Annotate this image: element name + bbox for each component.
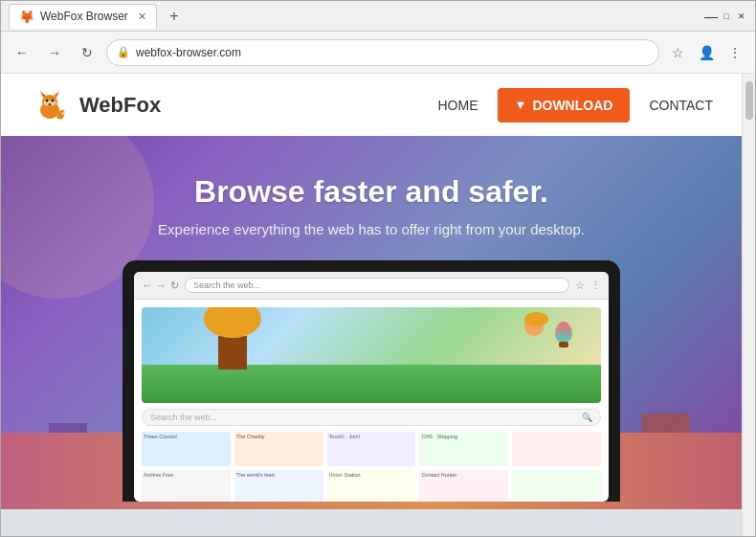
- browser-tab[interactable]: 🦊 WebFox Browser ✕: [9, 4, 157, 29]
- download-btn-label: DOWNLOAD: [532, 98, 612, 113]
- laptop-menu-icon: ⋮: [590, 280, 601, 292]
- svg-point-10: [46, 99, 49, 101]
- thumb-1-title: Times Council: [142, 432, 231, 441]
- thumbnail-7: The world's lead.: [234, 470, 323, 502]
- thumb-4-title: CHS · Shipping: [419, 432, 508, 441]
- logo-area: WebFox: [30, 85, 438, 125]
- browser-window: 🦊 WebFox Browser ✕ + — □ ✕ ← → ↻ 🔒 webfo…: [0, 0, 756, 537]
- tab-close-button[interactable]: ✕: [138, 11, 146, 23]
- site-logo-text: WebFox: [79, 93, 161, 118]
- thumb-2-title: The Charitly: [234, 432, 323, 441]
- tab-title: WebFox Browser: [40, 10, 128, 23]
- download-arrow-icon: ▼: [515, 98, 527, 112]
- nav-home[interactable]: HOME: [438, 98, 478, 113]
- title-bar-left: 🦊 WebFox Browser ✕ +: [9, 4, 705, 29]
- maximize-button[interactable]: □: [721, 11, 732, 22]
- thumb-10-title: [512, 470, 601, 474]
- page-area: WebFox HOME ▼ DOWNLOAD CONTACT: [1, 74, 755, 536]
- laptop-back-icon: ←: [142, 280, 152, 292]
- site-navbar: WebFox HOME ▼ DOWNLOAD CONTACT: [1, 74, 742, 136]
- hero-section: WF Browse faster and safer. Experience e…: [1, 136, 742, 509]
- nav-download-button[interactable]: ▼ DOWNLOAD: [498, 88, 631, 123]
- browser-toolbar: ← → ↻ 🔒 webfox-browser.com ☆ 👤 ⋮: [1, 32, 755, 74]
- laptop-screen: ← → ↻ Search the web... ☆ ⋮: [134, 272, 609, 502]
- laptop-mockup: ← → ↻ Search the web... ☆ ⋮: [122, 260, 620, 502]
- address-text: webfox-browser.com: [136, 46, 649, 59]
- thumbnail-2: The Charitly: [234, 432, 323, 466]
- forward-button[interactable]: →: [41, 39, 68, 66]
- address-bar[interactable]: 🔒 webfox-browser.com: [106, 39, 659, 66]
- thumbnail-10: [512, 470, 601, 502]
- laptop-refresh-icon: ↻: [170, 280, 179, 292]
- laptop-page-content: Search the web... 🔍 Times Council The Ch…: [134, 300, 609, 502]
- hero-subtitle: Experience everything the web has to off…: [158, 221, 585, 237]
- back-button[interactable]: ←: [9, 39, 35, 66]
- site-nav: HOME ▼ DOWNLOAD CONTACT: [438, 88, 714, 123]
- menu-button[interactable]: ⋮: [723, 40, 747, 65]
- site-logo-icon: [30, 85, 70, 125]
- page-content: WebFox HOME ▼ DOWNLOAD CONTACT: [1, 74, 742, 536]
- laptop-nav-buttons: ← → ↻: [142, 280, 179, 292]
- laptop-browser-bar: ← → ↻ Search the web... ☆ ⋮: [134, 272, 609, 300]
- thumbnail-6: Archive Free: [142, 470, 231, 502]
- thumbnail-5: [512, 432, 601, 466]
- laptop-forward-icon: →: [156, 280, 167, 292]
- account-button[interactable]: 👤: [694, 40, 719, 65]
- thumb-9-title: Contact Hunter: [419, 470, 508, 480]
- thumbnail-8: Union Station: [327, 470, 416, 502]
- tab-favicon: 🦊: [19, 10, 34, 24]
- window-controls: — □ ✕: [705, 11, 747, 22]
- minimize-button[interactable]: —: [705, 11, 717, 22]
- laptop-address-bar: Search the web...: [185, 278, 569, 293]
- toolbar-right: ☆ 👤 ⋮: [665, 40, 747, 65]
- refresh-button[interactable]: ↻: [74, 39, 100, 66]
- laptop-star-icon: ☆: [575, 280, 585, 292]
- thumbnail-9: Contact Hunter: [419, 470, 508, 502]
- hero-title: Browse faster and safer.: [194, 174, 548, 210]
- laptop-search-text: Search the web...: [193, 280, 260, 290]
- thumb-5-title: [512, 432, 601, 436]
- svg-point-11: [52, 99, 55, 101]
- star-button[interactable]: ☆: [665, 40, 690, 65]
- title-bar: 🦊 WebFox Browser ✕ + — □ ✕: [1, 1, 755, 32]
- lock-icon: 🔒: [117, 46, 130, 58]
- laptop-search-placeholder: Search the web...: [150, 413, 578, 422]
- thumb-3-title: Touch! · Join!: [327, 432, 416, 441]
- laptop-search-bar: Search the web... 🔍: [142, 409, 601, 426]
- laptop-search-icon: 🔍: [582, 413, 592, 422]
- thumbnail-4: CHS · Shipping: [419, 432, 508, 466]
- laptop-hero-image: [142, 307, 601, 403]
- thumbnail-1: Times Council: [142, 432, 231, 466]
- thumbnail-3: Touch! · Join!: [327, 432, 416, 466]
- close-button[interactable]: ✕: [736, 11, 747, 22]
- scrollbar-thumb[interactable]: [745, 81, 753, 120]
- thumb-8-title: Union Station: [327, 470, 416, 480]
- new-tab-button[interactable]: +: [163, 5, 186, 28]
- thumb-7-title: The world's lead.: [234, 470, 323, 480]
- scrollbar[interactable]: [742, 74, 755, 536]
- svg-point-9: [49, 103, 52, 105]
- thumbnails-grid: Times Council The Charitly Touch! · Join…: [142, 432, 601, 502]
- thumb-6-title: Archive Free: [142, 470, 231, 480]
- nav-contact[interactable]: CONTACT: [649, 98, 713, 113]
